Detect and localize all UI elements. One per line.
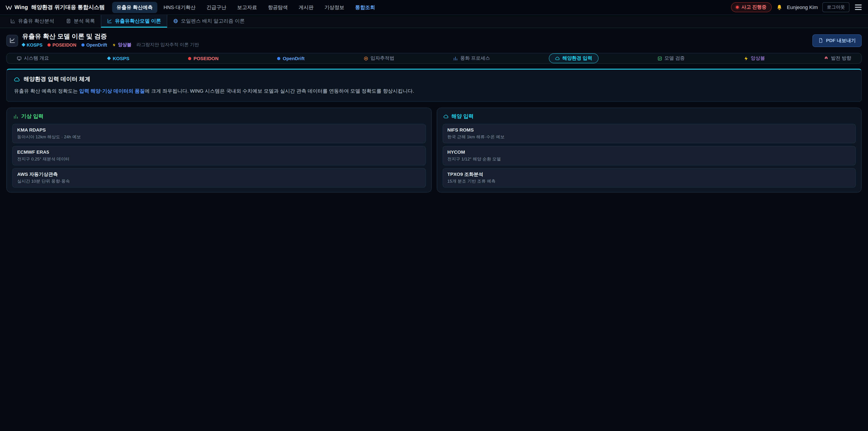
nav-item-board[interactable]: 게시판 (294, 2, 318, 13)
nav-item-hns-atmospheric[interactable]: HNS·대기확산 (159, 2, 200, 13)
dataset-name: TPXO9 조화분석 (447, 172, 851, 178)
menu-icon[interactable] (854, 3, 863, 12)
tab-spill-model-theory[interactable]: 유출유확산모델 이론 (101, 15, 167, 28)
list-item[interactable]: KMA RDAPS 동아시아 12km 해상도 · 24h 예보 (12, 124, 426, 144)
user-name: Eunjeong Kim (787, 4, 818, 10)
blue-dot-icon (81, 43, 85, 47)
dataset-desc: 동아시아 12km 해상도 · 24h 예보 (17, 134, 421, 140)
list-item[interactable]: ECMWF ERA5 전지구 0.25° 재분석 데이터 (12, 146, 426, 166)
sub-tab-bar: 유출유 확산분석 분석 목록 유출유확산모델 이론 오일펜스 배치 알고리즘 이… (0, 15, 868, 28)
tab-label: 분석 목록 (74, 18, 95, 24)
model-tag-row: KOSPS POSEIDON OpenDrift 앙상블 라그랑지안 입자추적 … (22, 42, 199, 48)
tab-analysis-list[interactable]: 분석 목록 (60, 15, 101, 28)
page-icon (6, 35, 18, 46)
dataset-name: HYCOM (447, 149, 851, 155)
page-header: 유출유 확산 모델 이론 및 검증 KOSPS POSEIDON OpenDri… (0, 28, 868, 52)
diamond-icon (22, 43, 26, 47)
section-item-model-validation[interactable]: 모델 검증 (657, 55, 685, 62)
blue-dot-icon (277, 57, 281, 60)
system-title: 해양환경 위기대응 통합시스템 (31, 3, 105, 11)
input-data-cards: 기상 입력 KMA RDAPS 동아시아 12km 해상도 · 24h 예보 E… (6, 108, 862, 193)
ocean-card-title: 해양 입력 (443, 113, 855, 120)
dataset-desc: 15개 분조 기반 조류 예측 (447, 179, 851, 184)
cloud-icon (443, 114, 449, 119)
list-item[interactable]: TPXO9 조화분석 15개 분조 기반 조류 예측 (442, 168, 856, 188)
dataset-desc: 한국 근해 1km 해류·수온 예보 (447, 134, 851, 140)
lightning-icon (743, 56, 748, 61)
document-list-icon (66, 18, 71, 23)
list-item[interactable]: HYCOM 전지구 1/12° 해양 순환 모델 (442, 146, 856, 166)
list-item[interactable]: AWS 자동기상관측 실시간 10분 단위 풍향·풍속 (12, 168, 426, 188)
wing-logo-icon (5, 4, 12, 11)
intro-title-row: 해양환경 입력 데이터 체계 (14, 76, 854, 83)
intro-highlight: 입력 해양·기상 데이터의 품질 (79, 88, 145, 94)
intro-paragraph: 유출유 확산 예측의 정확도는 입력 해양·기상 데이터의 품질에 크게 좌우됩… (14, 88, 854, 95)
main-nav: 유출유 확산예측 HNS·대기확산 긴급구난 보고자료 항공탐색 게시판 기상정… (112, 2, 724, 13)
tab-oil-fence-algorithm-theory[interactable]: 오일펜스 배치 알고리즘 이론 (167, 15, 250, 28)
dataset-desc: 전지구 1/12° 해양 순환 모델 (447, 156, 851, 162)
page-header-left: 유출유 확산 모델 이론 및 검증 KOSPS POSEIDON OpenDri… (6, 33, 199, 48)
globe-icon (173, 18, 178, 23)
app-root: Wing 해양환경 위기대응 통합시스템 유출유 확산예측 HNS·대기확산 긴… (0, 0, 868, 431)
nav-item-reports[interactable]: 보고자료 (232, 2, 261, 13)
section-item-ensemble[interactable]: 앙상블 (743, 55, 765, 62)
tag-ensemble: 앙상블 (112, 42, 131, 48)
brand[interactable]: Wing 해양환경 위기대응 통합시스템 (5, 3, 105, 11)
dataset-desc: 전지구 0.25° 재분석 데이터 (17, 156, 421, 162)
model-chart-icon (9, 37, 15, 43)
weather-card-title: 기상 입력 (13, 113, 425, 120)
intro-title: 해양환경 입력 데이터 체계 (24, 76, 90, 83)
section-item-particle-tracking[interactable]: 입자추적법 (363, 55, 394, 62)
monitor-icon (17, 56, 22, 61)
tag-opendrift: OpenDrift (81, 42, 107, 48)
diamond-icon (107, 57, 111, 60)
scatter-chart-icon (10, 18, 16, 23)
red-dot-icon (188, 57, 191, 60)
dataset-name: NIFS ROMS (447, 127, 851, 133)
section-item-marine-environment-input[interactable]: 해양환경 입력 (549, 54, 598, 63)
section-item-opendrift[interactable]: OpenDrift (277, 56, 305, 61)
incident-badge-label: 사고 진행중 (741, 4, 767, 10)
cloud-icon (14, 76, 20, 83)
brand-name: Wing (14, 4, 28, 10)
dataset-desc: 실시간 10분 단위 풍향·풍속 (17, 179, 421, 184)
pdf-export-button[interactable]: PDF 내보내기 (812, 34, 862, 47)
rocket-icon (824, 56, 829, 61)
pdf-file-icon (818, 38, 823, 43)
cloud-icon (555, 56, 560, 61)
nav-item-weather-info[interactable]: 기상정보 (320, 2, 349, 13)
red-dot-icon (48, 43, 51, 47)
section-item-kosps[interactable]: KOSPS (108, 56, 129, 61)
list-item[interactable]: NIFS ROMS 한국 근해 1km 해류·수온 예보 (442, 124, 856, 144)
tab-label: 유출유확산모델 이론 (115, 18, 161, 24)
nav-item-oil-spill-prediction[interactable]: 유출유 확산예측 (112, 2, 157, 13)
dataset-name: AWS 자동기상관측 (17, 172, 421, 178)
incident-status-badge[interactable]: 사고 진행중 (731, 2, 772, 12)
nav-item-integrated-search[interactable]: 통합조회 (350, 2, 379, 13)
nav-item-aerial-search[interactable]: 항공탐색 (264, 2, 292, 13)
section-nav: 시스템 개요 KOSPS POSEIDON OpenDrift 입자추적법 풍화… (6, 53, 862, 64)
section-item-system-overview[interactable]: 시스템 개요 (17, 55, 49, 62)
line-chart-icon (107, 18, 112, 23)
tab-label: 유출유 확산분석 (18, 18, 54, 24)
topbar-right: 사고 진행중 Eunjeong Kim 로그아웃 (731, 2, 863, 12)
tab-label: 오일펜스 배치 알고리즘 이론 (181, 18, 245, 24)
tab-spill-analysis[interactable]: 유출유 확산분석 (4, 15, 60, 28)
top-navigation-bar: Wing 해양환경 위기대응 통합시스템 유출유 확산예측 HNS·대기확산 긴… (0, 0, 868, 15)
section-item-poseidon[interactable]: POSEIDON (188, 56, 219, 61)
nav-item-emergency-rescue[interactable]: 긴급구난 (202, 2, 231, 13)
page-title-block: 유출유 확산 모델 이론 및 검증 KOSPS POSEIDON OpenDri… (22, 33, 199, 48)
tag-kosps: KOSPS (22, 42, 42, 48)
logout-button[interactable]: 로그아웃 (822, 2, 849, 12)
section-item-future-direction[interactable]: 발전 방향 (824, 55, 851, 62)
weather-input-card: 기상 입력 KMA RDAPS 동아시아 12km 해상도 · 24h 예보 E… (6, 108, 432, 193)
lightning-icon (112, 43, 116, 47)
dataset-name: ECMWF ERA5 (17, 149, 421, 155)
section-item-weathering-process[interactable]: 풍화 프로세스 (453, 55, 490, 62)
notification-bell-icon[interactable] (776, 4, 782, 10)
bar-chart-icon (453, 56, 458, 61)
incident-dot-icon (736, 6, 739, 8)
target-icon (363, 56, 368, 61)
tag-poseidon: POSEIDON (48, 42, 76, 48)
page-subtitle: 라그랑지안 입자추적 이론 기반 (136, 42, 199, 48)
